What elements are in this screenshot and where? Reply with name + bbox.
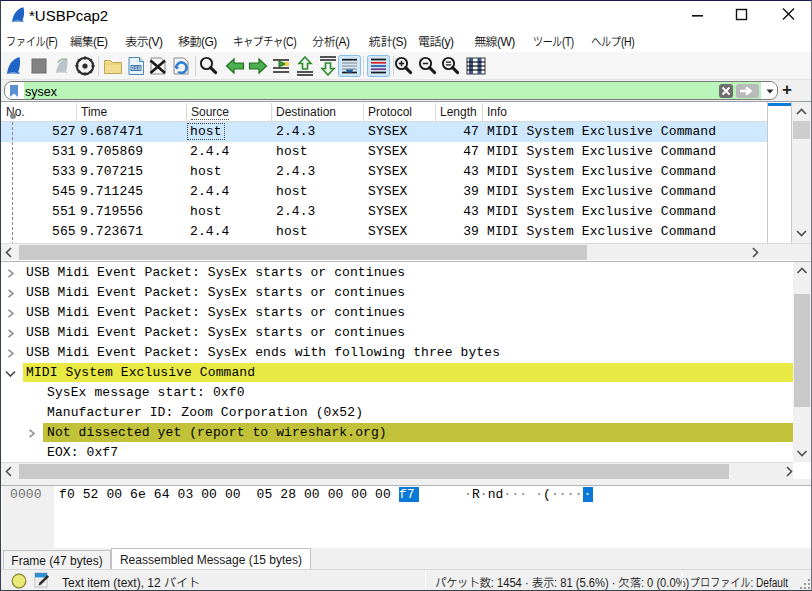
svg-text:010: 010: [131, 65, 141, 72]
